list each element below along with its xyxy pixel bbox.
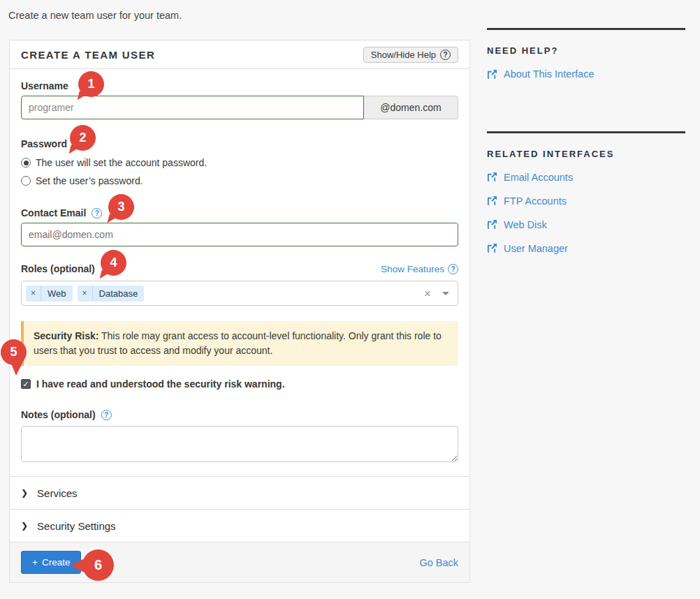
role-chip-label: Database bbox=[93, 286, 145, 302]
about-this-interface-label: About This Interface bbox=[504, 68, 595, 80]
role-chips: × Web × Database bbox=[26, 286, 424, 302]
ftp-accounts-link[interactable]: FTP Accounts bbox=[487, 195, 685, 207]
clear-roles-icon[interactable]: × bbox=[424, 288, 431, 300]
section-security-settings-label: Security Settings bbox=[37, 520, 116, 532]
step-badge-1: 1 bbox=[78, 71, 104, 97]
step-badge-5: 5 bbox=[1, 339, 27, 365]
radio-selected-icon[interactable] bbox=[21, 158, 31, 168]
chevron-right-icon: ❯ bbox=[21, 488, 28, 498]
step-badge-4: 4 bbox=[101, 250, 126, 276]
username-label: Username bbox=[21, 80, 68, 91]
password-option-set-password[interactable]: Set the user’s password. bbox=[21, 175, 458, 186]
need-help-heading: NEED HELP? bbox=[487, 45, 685, 56]
external-link-icon bbox=[487, 172, 497, 182]
password-option-user-sets[interactable]: The user will set the account password. bbox=[21, 157, 458, 168]
page-intro-text: Create a new team user for your team. bbox=[8, 10, 182, 21]
ftp-accounts-label: FTP Accounts bbox=[504, 195, 567, 207]
notes-help-icon[interactable]: ? bbox=[101, 410, 112, 420]
notes-textarea[interactable] bbox=[21, 426, 458, 462]
contact-email-help-icon[interactable]: ? bbox=[92, 208, 102, 219]
show-features-help-icon: ? bbox=[448, 264, 458, 274]
radio-unselected-icon[interactable] bbox=[21, 176, 31, 186]
web-disk-label: Web Disk bbox=[504, 219, 547, 230]
step-badge-number: 1 bbox=[87, 77, 94, 91]
remove-role-icon[interactable]: × bbox=[78, 286, 93, 302]
panel-title: CREATE A TEAM USER bbox=[21, 49, 155, 61]
show-features-label: Show Features bbox=[381, 264, 444, 274]
user-manager-label: User Manager bbox=[504, 243, 568, 254]
external-link-icon bbox=[487, 243, 497, 253]
external-link-icon bbox=[487, 69, 497, 80]
external-link-icon bbox=[487, 195, 497, 206]
username-input[interactable] bbox=[21, 96, 364, 119]
security-risk-warning: Security Risk: This role may grant acces… bbox=[21, 321, 458, 366]
step-badge-2: 2 bbox=[70, 125, 96, 151]
go-back-link[interactable]: Go Back bbox=[419, 557, 458, 568]
step-badge-number: 6 bbox=[94, 557, 102, 573]
contact-email-input[interactable] bbox=[21, 223, 458, 246]
create-button-label: Create bbox=[42, 557, 71, 568]
notes-label: Notes (optional) bbox=[21, 409, 96, 420]
acknowledge-row[interactable]: ✓ I have read and understood the securit… bbox=[21, 378, 458, 390]
badge-tail bbox=[10, 360, 24, 376]
plus-icon: + bbox=[32, 557, 38, 568]
help-sidebar: NEED HELP? About This Interface RELATED … bbox=[487, 28, 685, 254]
roles-multiselect[interactable]: × Web × Database × bbox=[21, 281, 458, 306]
role-chip-database: × Database bbox=[78, 286, 145, 302]
contact-email-label: Contact Email bbox=[21, 207, 86, 219]
password-label: Password bbox=[21, 138, 67, 149]
page: Create a new team user for your team. CR… bbox=[0, 0, 700, 599]
step-badge-number: 2 bbox=[79, 131, 86, 145]
help-question-icon: ? bbox=[440, 50, 451, 60]
password-option-label: The user will set the account password. bbox=[36, 157, 207, 168]
section-security-settings[interactable]: ❯ Security Settings bbox=[10, 509, 469, 542]
section-services-label: Services bbox=[37, 487, 78, 499]
chevron-right-icon: ❯ bbox=[21, 521, 28, 531]
show-features-link[interactable]: Show Features ? bbox=[381, 264, 458, 274]
show-hide-help-button[interactable]: Show/Hide Help ? bbox=[363, 47, 458, 63]
roles-label: Roles (optional) bbox=[21, 263, 95, 274]
sidebar-divider bbox=[487, 131, 685, 133]
step-badge-number: 5 bbox=[10, 345, 17, 360]
step-badge-3: 3 bbox=[108, 194, 134, 220]
user-manager-link[interactable]: User Manager bbox=[487, 243, 685, 254]
panel-header: CREATE A TEAM USER Show/Hide Help ? bbox=[10, 40, 469, 69]
step-badge-number: 4 bbox=[110, 256, 117, 270]
about-this-interface-link[interactable]: About This Interface bbox=[487, 68, 595, 80]
role-chip-label: Web bbox=[41, 286, 73, 302]
create-team-user-panel: CREATE A TEAM USER Show/Hide Help ? User… bbox=[9, 40, 470, 583]
external-link-icon bbox=[487, 219, 497, 230]
username-domain-suffix: @domen.com bbox=[364, 96, 458, 119]
acknowledge-checkbox[interactable]: ✓ bbox=[21, 379, 31, 389]
related-interfaces-heading: RELATED INTERFACES bbox=[487, 149, 685, 159]
remove-role-icon[interactable]: × bbox=[26, 286, 41, 302]
email-accounts-link[interactable]: Email Accounts bbox=[487, 172, 685, 183]
show-hide-help-label: Show/Hide Help bbox=[371, 50, 436, 60]
password-option-label: Set the user’s password. bbox=[36, 175, 143, 186]
dropdown-caret-icon[interactable] bbox=[442, 292, 449, 295]
sidebar-divider bbox=[487, 28, 685, 30]
acknowledge-label: I have read and understood the security … bbox=[36, 378, 285, 390]
role-chip-web: × Web bbox=[26, 286, 73, 302]
web-disk-link[interactable]: Web Disk bbox=[487, 219, 685, 230]
step-badge-number: 3 bbox=[117, 200, 124, 214]
section-services[interactable]: ❯ Services bbox=[10, 476, 469, 509]
security-risk-title: Security Risk: bbox=[34, 330, 99, 341]
email-accounts-label: Email Accounts bbox=[504, 172, 573, 183]
step-badge-6: 6 bbox=[71, 549, 114, 581]
